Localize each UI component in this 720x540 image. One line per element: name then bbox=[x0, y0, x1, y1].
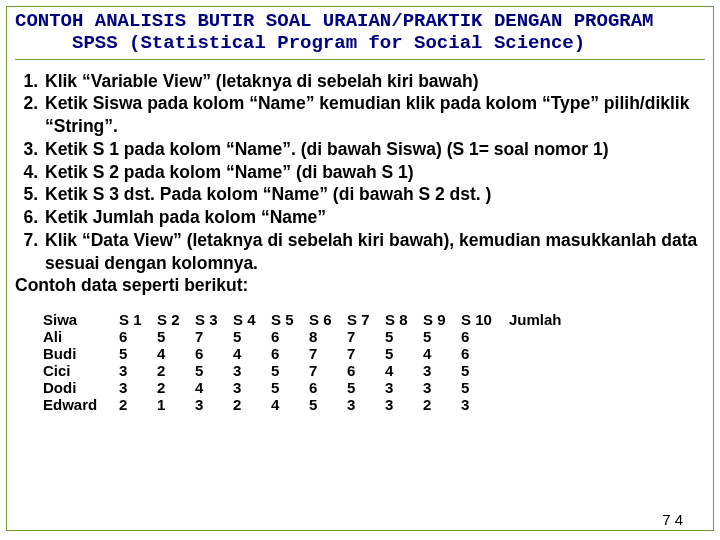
cell: 7 bbox=[309, 362, 347, 379]
cell: 6 bbox=[271, 345, 309, 362]
table-row: Edward 2 1 3 2 4 5 3 3 2 3 bbox=[43, 396, 570, 413]
col-header: S 1 bbox=[119, 311, 157, 328]
table-row: Budi 5 4 6 4 6 7 7 5 4 6 bbox=[43, 345, 570, 362]
cell bbox=[509, 328, 570, 345]
cell: 5 bbox=[157, 328, 195, 345]
col-header: S 10 bbox=[461, 311, 509, 328]
cell: 5 bbox=[461, 362, 509, 379]
cell: 4 bbox=[195, 379, 233, 396]
cell: Edward bbox=[43, 396, 119, 413]
cell: 1 bbox=[157, 396, 195, 413]
table-row: Dodi 3 2 4 3 5 6 5 3 3 5 bbox=[43, 379, 570, 396]
cell bbox=[509, 379, 570, 396]
cell: 6 bbox=[461, 345, 509, 362]
steps-list: Klik “Variable View” (letaknya di sebela… bbox=[15, 70, 705, 275]
cell: 4 bbox=[423, 345, 461, 362]
cell: 6 bbox=[347, 362, 385, 379]
cell: 3 bbox=[233, 379, 271, 396]
cell: 3 bbox=[423, 362, 461, 379]
cell: 5 bbox=[309, 396, 347, 413]
cell: 6 bbox=[309, 379, 347, 396]
cell: 3 bbox=[423, 379, 461, 396]
cell: 6 bbox=[461, 328, 509, 345]
cell: 3 bbox=[119, 362, 157, 379]
cell: 5 bbox=[233, 328, 271, 345]
col-header: S 7 bbox=[347, 311, 385, 328]
step-item: Ketik Siswa pada kolom “Name” kemudian k… bbox=[43, 92, 705, 138]
cell: 4 bbox=[157, 345, 195, 362]
step-item: Ketik S 2 pada kolom “Name” (di bawah S … bbox=[43, 161, 705, 184]
col-header: S 4 bbox=[233, 311, 271, 328]
cell: 3 bbox=[119, 379, 157, 396]
slide-title: CONTOH ANALISIS BUTIR SOAL URAIAN/PRAKTI… bbox=[15, 11, 705, 60]
cell: 8 bbox=[309, 328, 347, 345]
col-header: S 9 bbox=[423, 311, 461, 328]
cell: 2 bbox=[157, 362, 195, 379]
cell: 5 bbox=[461, 379, 509, 396]
title-line-2: SPSS (Statistical Program for Social Sci… bbox=[15, 32, 585, 54]
cell: 5 bbox=[119, 345, 157, 362]
cell: 5 bbox=[347, 379, 385, 396]
page-number: 74 bbox=[662, 511, 687, 528]
col-header: S 3 bbox=[195, 311, 233, 328]
cell: 3 bbox=[195, 396, 233, 413]
col-header: Siwa bbox=[43, 311, 119, 328]
cell: 7 bbox=[309, 345, 347, 362]
col-header: S 2 bbox=[157, 311, 195, 328]
col-header: S 6 bbox=[309, 311, 347, 328]
cell: 3 bbox=[347, 396, 385, 413]
cell: 3 bbox=[233, 362, 271, 379]
cell: Dodi bbox=[43, 379, 119, 396]
cell: Ali bbox=[43, 328, 119, 345]
cell: 5 bbox=[271, 379, 309, 396]
cell: 2 bbox=[157, 379, 195, 396]
cell: 5 bbox=[385, 345, 423, 362]
cell: Cici bbox=[43, 362, 119, 379]
step-item: Ketik S 3 dst. Pada kolom “Name” (di baw… bbox=[43, 183, 705, 206]
col-header: S 5 bbox=[271, 311, 309, 328]
step-item: Ketik S 1 pada kolom “Name”. (di bawah S… bbox=[43, 138, 705, 161]
cell: 4 bbox=[385, 362, 423, 379]
cell: 4 bbox=[271, 396, 309, 413]
example-data-table: Siwa S 1 S 2 S 3 S 4 S 5 S 6 S 7 S 8 S 9… bbox=[43, 311, 570, 413]
col-header: S 8 bbox=[385, 311, 423, 328]
cell: 7 bbox=[347, 345, 385, 362]
cell: Budi bbox=[43, 345, 119, 362]
cell: 2 bbox=[233, 396, 271, 413]
table-header-row: Siwa S 1 S 2 S 3 S 4 S 5 S 6 S 7 S 8 S 9… bbox=[43, 311, 570, 328]
slide-frame: CONTOH ANALISIS BUTIR SOAL URAIAN/PRAKTI… bbox=[6, 6, 714, 531]
cell bbox=[509, 396, 570, 413]
table-row: Ali 6 5 7 5 6 8 7 5 5 6 bbox=[43, 328, 570, 345]
cell: 2 bbox=[119, 396, 157, 413]
cell: 3 bbox=[385, 396, 423, 413]
table-row: Cici 3 2 5 3 5 7 6 4 3 5 bbox=[43, 362, 570, 379]
cell bbox=[509, 362, 570, 379]
cell: 3 bbox=[461, 396, 509, 413]
cell: 5 bbox=[195, 362, 233, 379]
cell: 5 bbox=[271, 362, 309, 379]
cell: 3 bbox=[385, 379, 423, 396]
cell: 7 bbox=[347, 328, 385, 345]
step-item: Ketik Jumlah pada kolom “Name” bbox=[43, 206, 705, 229]
title-line-1: CONTOH ANALISIS BUTIR SOAL URAIAN/PRAKTI… bbox=[15, 10, 654, 32]
example-intro: Contoh data seperti berikut: bbox=[15, 274, 705, 297]
instructions-block: Klik “Variable View” (letaknya di sebela… bbox=[15, 70, 705, 298]
cell: 2 bbox=[423, 396, 461, 413]
col-header: Jumlah bbox=[509, 311, 570, 328]
cell: 6 bbox=[195, 345, 233, 362]
step-item: Klik “Variable View” (letaknya di sebela… bbox=[43, 70, 705, 93]
cell: 4 bbox=[233, 345, 271, 362]
cell: 6 bbox=[119, 328, 157, 345]
cell: 7 bbox=[195, 328, 233, 345]
step-item: Klik “Data View” (letaknya di sebelah ki… bbox=[43, 229, 705, 275]
cell: 5 bbox=[385, 328, 423, 345]
cell bbox=[509, 345, 570, 362]
cell: 6 bbox=[271, 328, 309, 345]
cell: 5 bbox=[423, 328, 461, 345]
